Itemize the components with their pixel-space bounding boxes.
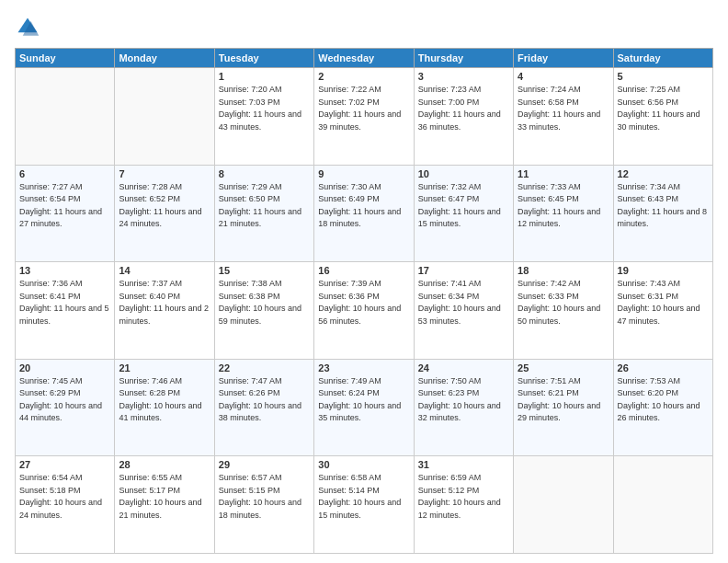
day-info: Sunrise: 7:38 AMSunset: 6:38 PMDaylight:… [219, 278, 310, 327]
week-row-4: 20Sunrise: 7:45 AMSunset: 6:29 PMDayligh… [16, 359, 713, 456]
day-info: Sunrise: 7:41 AMSunset: 6:34 PMDaylight:… [418, 278, 509, 327]
day-info: Sunrise: 7:20 AMSunset: 7:03 PMDaylight:… [219, 84, 310, 133]
day-number: 17 [418, 265, 509, 276]
weekday-header-thursday: Thursday [414, 49, 513, 68]
day-info: Sunrise: 7:47 AMSunset: 6:26 PMDaylight:… [219, 375, 310, 425]
day-info: Sunrise: 7:22 AMSunset: 7:02 PMDaylight:… [318, 84, 409, 133]
day-number: 3 [418, 71, 509, 82]
logo-icon [15, 15, 40, 40]
day-number: 8 [219, 168, 310, 179]
header [15, 15, 713, 40]
calendar-cell: 11Sunrise: 7:33 AMSunset: 6:45 PMDayligh… [514, 165, 613, 262]
day-info: Sunrise: 7:30 AMSunset: 6:49 PMDaylight:… [318, 181, 409, 231]
day-number: 7 [119, 168, 210, 179]
calendar-cell: 19Sunrise: 7:43 AMSunset: 6:31 PMDayligh… [613, 262, 712, 360]
day-info: Sunrise: 7:33 AMSunset: 6:45 PMDaylight:… [518, 181, 609, 231]
calendar-cell: 30Sunrise: 6:58 AMSunset: 5:14 PMDayligh… [314, 456, 414, 554]
day-info: Sunrise: 7:45 AMSunset: 6:29 PMDaylight:… [19, 375, 110, 425]
calendar-cell: 18Sunrise: 7:42 AMSunset: 6:33 PMDayligh… [514, 262, 613, 360]
day-info: Sunrise: 7:37 AMSunset: 6:40 PMDaylight:… [119, 278, 210, 327]
calendar-cell: 4Sunrise: 7:24 AMSunset: 6:58 PMDaylight… [514, 68, 613, 166]
calendar-table: SundayMondayTuesdayWednesdayThursdayFrid… [15, 48, 713, 554]
day-info: Sunrise: 7:50 AMSunset: 6:23 PMDaylight:… [418, 375, 509, 425]
calendar-cell: 27Sunrise: 6:54 AMSunset: 5:18 PMDayligh… [16, 456, 115, 554]
day-number: 25 [518, 362, 609, 373]
week-row-5: 27Sunrise: 6:54 AMSunset: 5:18 PMDayligh… [16, 456, 713, 554]
calendar-cell: 22Sunrise: 7:47 AMSunset: 6:26 PMDayligh… [214, 359, 313, 456]
day-number: 10 [418, 168, 509, 179]
calendar-cell [514, 456, 613, 554]
weekday-header-sunday: Sunday [16, 49, 115, 68]
day-info: Sunrise: 6:55 AMSunset: 5:17 PMDaylight:… [119, 472, 210, 522]
calendar-cell: 24Sunrise: 7:50 AMSunset: 6:23 PMDayligh… [414, 359, 513, 456]
weekday-header-tuesday: Tuesday [214, 49, 313, 68]
week-row-2: 6Sunrise: 7:27 AMSunset: 6:54 PMDaylight… [16, 165, 713, 262]
day-info: Sunrise: 6:54 AMSunset: 5:18 PMDaylight:… [19, 472, 110, 522]
calendar-cell: 12Sunrise: 7:34 AMSunset: 6:43 PMDayligh… [613, 165, 712, 262]
calendar-cell: 1Sunrise: 7:20 AMSunset: 7:03 PMDaylight… [214, 68, 313, 166]
calendar-cell: 3Sunrise: 7:23 AMSunset: 7:00 PMDaylight… [414, 68, 513, 166]
day-info: Sunrise: 6:58 AMSunset: 5:14 PMDaylight:… [318, 472, 409, 522]
day-info: Sunrise: 7:42 AMSunset: 6:33 PMDaylight:… [518, 278, 609, 327]
calendar-cell: 5Sunrise: 7:25 AMSunset: 6:56 PMDaylight… [613, 68, 712, 166]
week-row-1: 1Sunrise: 7:20 AMSunset: 7:03 PMDaylight… [16, 68, 713, 166]
calendar-cell: 15Sunrise: 7:38 AMSunset: 6:38 PMDayligh… [214, 262, 313, 360]
day-number: 6 [19, 168, 110, 179]
calendar-cell: 26Sunrise: 7:53 AMSunset: 6:20 PMDayligh… [613, 359, 712, 456]
calendar-cell: 13Sunrise: 7:36 AMSunset: 6:41 PMDayligh… [16, 262, 115, 360]
day-number: 15 [219, 265, 310, 276]
calendar-cell [16, 68, 115, 166]
day-number: 31 [418, 459, 509, 470]
day-info: Sunrise: 7:32 AMSunset: 6:47 PMDaylight:… [418, 181, 509, 231]
day-info: Sunrise: 7:27 AMSunset: 6:54 PMDaylight:… [19, 181, 110, 231]
weekday-header-wednesday: Wednesday [314, 49, 414, 68]
week-row-3: 13Sunrise: 7:36 AMSunset: 6:41 PMDayligh… [16, 262, 713, 360]
day-number: 24 [418, 362, 509, 373]
day-number: 27 [19, 459, 110, 470]
day-number: 21 [119, 362, 210, 373]
day-number: 16 [318, 265, 409, 276]
day-number: 20 [19, 362, 110, 373]
day-number: 2 [318, 71, 409, 82]
calendar-cell: 16Sunrise: 7:39 AMSunset: 6:36 PMDayligh… [314, 262, 414, 360]
day-number: 28 [119, 459, 210, 470]
day-info: Sunrise: 7:34 AMSunset: 6:43 PMDaylight:… [618, 181, 709, 231]
day-number: 14 [119, 265, 210, 276]
calendar-cell: 23Sunrise: 7:49 AMSunset: 6:24 PMDayligh… [314, 359, 414, 456]
logo [15, 15, 44, 40]
day-number: 26 [618, 362, 709, 373]
day-info: Sunrise: 7:46 AMSunset: 6:28 PMDaylight:… [119, 375, 210, 425]
calendar-cell [115, 68, 214, 166]
weekday-header-friday: Friday [514, 49, 613, 68]
day-info: Sunrise: 6:57 AMSunset: 5:15 PMDaylight:… [219, 472, 310, 522]
calendar-cell: 20Sunrise: 7:45 AMSunset: 6:29 PMDayligh… [16, 359, 115, 456]
calendar-cell: 21Sunrise: 7:46 AMSunset: 6:28 PMDayligh… [115, 359, 214, 456]
day-number: 9 [318, 168, 409, 179]
calendar-cell: 6Sunrise: 7:27 AMSunset: 6:54 PMDaylight… [16, 165, 115, 262]
day-info: Sunrise: 7:49 AMSunset: 6:24 PMDaylight:… [318, 375, 409, 425]
day-info: Sunrise: 7:51 AMSunset: 6:21 PMDaylight:… [518, 375, 609, 425]
day-number: 18 [518, 265, 609, 276]
day-info: Sunrise: 6:59 AMSunset: 5:12 PMDaylight:… [418, 472, 509, 522]
day-number: 4 [518, 71, 609, 82]
calendar-cell: 9Sunrise: 7:30 AMSunset: 6:49 PMDaylight… [314, 165, 414, 262]
day-info: Sunrise: 7:43 AMSunset: 6:31 PMDaylight:… [618, 278, 709, 327]
day-info: Sunrise: 7:25 AMSunset: 6:56 PMDaylight:… [618, 84, 709, 133]
weekday-header-monday: Monday [115, 49, 214, 68]
day-number: 5 [618, 71, 709, 82]
day-number: 22 [219, 362, 310, 373]
day-info: Sunrise: 7:36 AMSunset: 6:41 PMDaylight:… [19, 278, 110, 327]
calendar-cell: 17Sunrise: 7:41 AMSunset: 6:34 PMDayligh… [414, 262, 513, 360]
day-info: Sunrise: 7:29 AMSunset: 6:50 PMDaylight:… [219, 181, 310, 231]
day-number: 30 [318, 459, 409, 470]
page: SundayMondayTuesdayWednesdayThursdayFrid… [0, 0, 728, 563]
calendar-cell: 2Sunrise: 7:22 AMSunset: 7:02 PMDaylight… [314, 68, 414, 166]
calendar-cell: 8Sunrise: 7:29 AMSunset: 6:50 PMDaylight… [214, 165, 313, 262]
day-info: Sunrise: 7:23 AMSunset: 7:00 PMDaylight:… [418, 84, 509, 133]
day-number: 1 [219, 71, 310, 82]
day-info: Sunrise: 7:53 AMSunset: 6:20 PMDaylight:… [618, 375, 709, 425]
day-number: 19 [618, 265, 709, 276]
day-number: 11 [518, 168, 609, 179]
day-info: Sunrise: 7:28 AMSunset: 6:52 PMDaylight:… [119, 181, 210, 231]
day-number: 23 [318, 362, 409, 373]
